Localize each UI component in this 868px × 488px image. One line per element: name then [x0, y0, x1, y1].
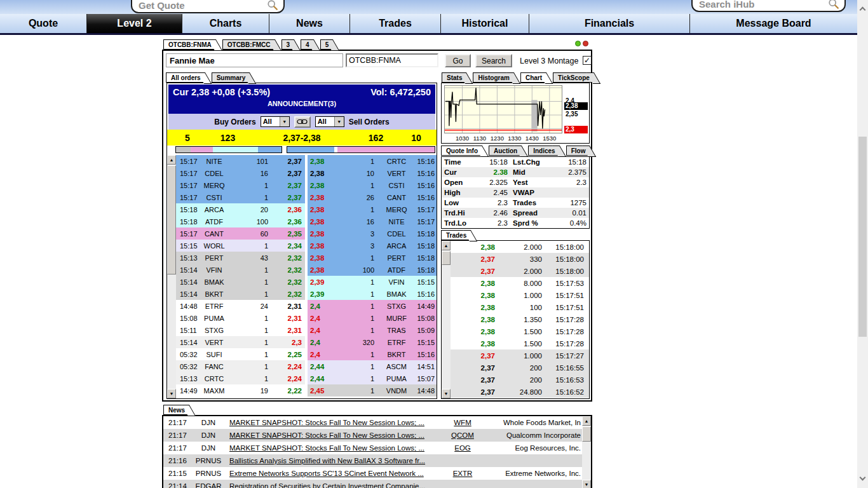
buy-filter-dropdown[interactable]: All ▼	[261, 116, 290, 127]
bid-row[interactable]: 15:14BMAK12,32	[176, 276, 305, 288]
news-scrollbar[interactable]: ▲ ▼	[582, 416, 591, 488]
news-ticker-link[interactable]: QCOM	[438, 431, 487, 439]
panel-tab-tickscope[interactable]: TickScope	[553, 72, 593, 83]
ask-row[interactable]: 2,3826CANT15:16	[308, 191, 437, 203]
bid-row[interactable]: 15:13PERT432,32	[176, 252, 305, 264]
bid-row[interactable]: 15:18ARCA202,36	[176, 203, 305, 215]
ask-row[interactable]: 2,41MURF15:08	[308, 312, 437, 324]
panel-tab-stats[interactable]: Stats	[442, 72, 466, 83]
get-quote-searchbox[interactable]: Get Quote	[131, 0, 285, 13]
ask-row[interactable]: 2,383CDEL15:18	[308, 227, 437, 240]
bid-row[interactable]: 15:14VFIN12,32	[176, 264, 305, 276]
scroll-up-icon[interactable]	[860, 7, 866, 13]
announcement-link[interactable]: ANNOUNCEMENT(3)	[168, 97, 435, 107]
symbol-tab-otcbb-fmcc[interactable]: OTCBB:FMCC	[222, 39, 275, 50]
ask-row[interactable]: 2,391VFIN15:15	[308, 276, 437, 288]
bid-row[interactable]: 15:17CDEL162,37	[176, 167, 305, 179]
news-headline-link[interactable]: Registration of Securities by Certain In…	[227, 482, 438, 488]
nav-quote[interactable]: Quote	[0, 14, 87, 33]
news-ticker-link[interactable]: EOG	[438, 444, 487, 452]
bid-row[interactable]: 15:14VERT12,3	[176, 336, 305, 348]
ask-row[interactable]: 2,381CSTI15:16	[308, 179, 437, 191]
ask-row[interactable]: 2,41BKRT15:16	[308, 348, 437, 360]
view-tab-summary[interactable]: Summary	[212, 72, 250, 83]
nav-news[interactable]: News	[269, 14, 350, 33]
sell-filter-dropdown[interactable]: All ▼	[315, 116, 344, 127]
nav-financials[interactable]: Financials	[529, 14, 690, 33]
scrollbar-thumb[interactable]	[442, 251, 451, 265]
symbol-tab-5[interactable]: 5	[320, 39, 333, 50]
ask-row[interactable]: 2,41TRAS15:09	[308, 324, 437, 336]
search-button[interactable]: Search	[475, 54, 512, 67]
ask-row[interactable]: 2,381PERT15:18	[308, 252, 437, 264]
quote-tab-flow[interactable]: Flow	[566, 146, 590, 156]
bid-row[interactable]: 15:08PUMA12,31	[176, 312, 305, 324]
ask-row[interactable]: 2,383ARCA15:18	[308, 240, 437, 252]
scroll-down-button[interactable]: ▼	[442, 389, 451, 398]
symbol-input[interactable]	[346, 53, 438, 67]
trade-row[interactable]: 2,388.00015:17:53	[451, 277, 589, 289]
trade-row[interactable]: 2,3810015:17:51	[451, 301, 589, 313]
symbol-tab-otcbb-fnma[interactable]: OTCBB:FNMA	[163, 39, 215, 50]
trades-scrollbar[interactable]: ▲ ▼	[442, 241, 451, 398]
bid-row[interactable]: 14:48ETRF242,31	[176, 300, 305, 312]
bid-row[interactable]: 15:15WORL12,34	[176, 240, 305, 252]
news-headline-link[interactable]: MARKET SNAPSHOT: Stocks Fall To New Sess…	[227, 444, 438, 452]
bid-row[interactable]: 15:17MERQ12,37	[176, 179, 305, 191]
page-scrollbar[interactable]	[857, 0, 868, 488]
news-headline-link[interactable]: MARKET SNAPSHOT: Stocks Fall To New Sess…	[227, 431, 438, 439]
bid-row[interactable]: 14:49MAXM192,22	[176, 384, 305, 396]
view-tab-all-orders[interactable]: All orders	[166, 72, 205, 83]
ask-row[interactable]: 2,3810VERT15:16	[308, 167, 437, 179]
bid-row[interactable]: 15:14BKRT12,32	[176, 288, 305, 300]
ask-row[interactable]: 2,381CRTC15:16	[308, 155, 437, 167]
nav-trades[interactable]: Trades	[350, 14, 441, 33]
scrollbar-thumb[interactable]	[167, 165, 176, 274]
scroll-down-icon[interactable]	[860, 475, 866, 481]
trade-row[interactable]: 2,381.50015:17:28	[451, 325, 589, 337]
trade-row[interactable]: 2,381.50015:17:28	[451, 337, 589, 349]
ask-row[interactable]: 2,3816NITE15:17	[308, 215, 437, 227]
bid-row[interactable]: 15:17CSTI12,37	[176, 191, 305, 203]
bid-row[interactable]: 05:32SUFI12,25	[176, 348, 305, 360]
nav-charts[interactable]: Charts	[182, 14, 269, 33]
order-book-scrollbar[interactable]: ▲ ▼	[167, 155, 176, 398]
bid-row[interactable]: 15:11STXG12,31	[176, 324, 305, 336]
bid-row[interactable]: 15:13CRTC12,24	[176, 372, 305, 384]
trade-row[interactable]: 2,372.00015:18:00	[451, 265, 589, 277]
scroll-down-button[interactable]: ▼	[167, 389, 176, 398]
news-ticker-link[interactable]: WFM	[438, 419, 487, 426]
scrollbar-thumb[interactable]	[858, 137, 867, 337]
trade-row[interactable]: 2,381.35015:17:28	[451, 313, 589, 325]
symbol-tab-4[interactable]: 4	[301, 39, 313, 50]
link-filters-button[interactable]	[294, 116, 311, 128]
trade-row[interactable]: 2,3720015:16:53	[451, 374, 589, 386]
nav-message-board[interactable]: Message Board	[690, 14, 857, 33]
scroll-up-button[interactable]: ▲	[582, 416, 591, 426]
bid-row[interactable]: 05:32FANC12,24	[176, 360, 305, 372]
ask-row[interactable]: 2,391BMAK15:16	[308, 288, 437, 300]
panel-tab-chart[interactable]: Chart	[520, 72, 546, 83]
scroll-down-button[interactable]: ▼	[582, 480, 591, 488]
go-button[interactable]: Go	[445, 54, 471, 67]
news-tab-news[interactable]: News	[163, 405, 189, 415]
nav-historical[interactable]: Historical	[441, 14, 529, 33]
scrollbar-thumb[interactable]	[582, 426, 591, 442]
ask-row[interactable]: 2,381MERQ15:17	[308, 203, 437, 215]
search-ihub-box[interactable]: Search iHub	[691, 0, 846, 12]
nav-level-2[interactable]: Level 2	[87, 14, 182, 33]
ask-row[interactable]: 2,4320ETRF15:15	[308, 336, 437, 348]
ask-row[interactable]: 2,41STXG14:49	[308, 300, 437, 312]
news-ticker-link[interactable]: EXTR	[438, 470, 487, 477]
trade-row[interactable]: 2,371.00015:17:27	[451, 349, 589, 362]
trade-row[interactable]: 2,3733015:18:00	[451, 253, 589, 265]
bid-row[interactable]: 15:17CANT602,35	[176, 227, 305, 240]
trade-row[interactable]: 2,3720015:16:55	[451, 362, 589, 374]
symbol-tab-3[interactable]: 3	[281, 39, 294, 50]
quote-tab-quote-info[interactable]: Quote Info	[441, 146, 482, 156]
bid-row[interactable]: 15:17NITE1012,37	[176, 155, 305, 167]
quote-tab-auction[interactable]: Auction	[489, 146, 521, 156]
ask-row[interactable]: 2,451VNDM14:48	[308, 384, 437, 396]
panel-tab-histogram[interactable]: Histogram	[473, 72, 513, 83]
ask-row[interactable]: 2,38100ATDF15:18	[308, 264, 437, 276]
